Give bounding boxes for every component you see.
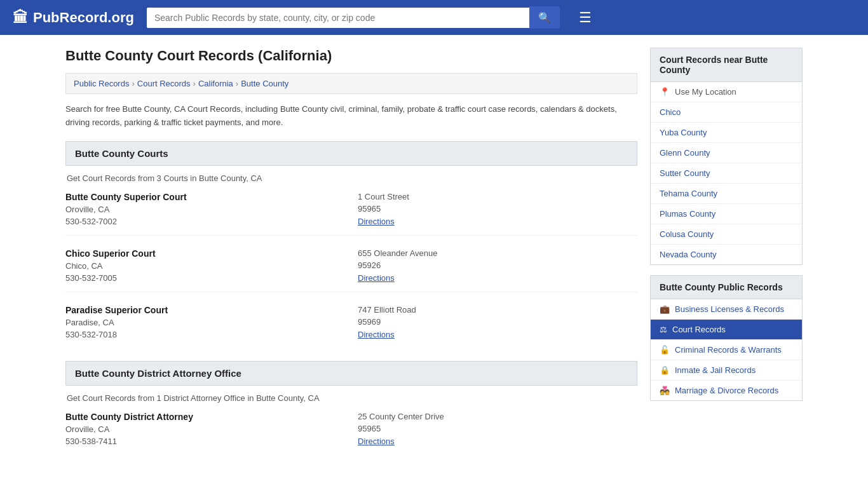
court-1-zip: 95965 xyxy=(358,204,637,214)
content-area: Butte County Court Records (California) … xyxy=(65,48,637,468)
nearby-item-plumas[interactable]: Plumas County xyxy=(651,204,802,224)
breadcrumb: Public Records › Court Records › Califor… xyxy=(65,73,637,94)
court-entry-3: Paradise Superior Court Paradise, CA 530… xyxy=(65,305,637,348)
breadcrumb-sep-2: › xyxy=(193,79,196,88)
court-3-city: Paradise, CA xyxy=(65,318,345,327)
nearby-list: 📍 Use My Location Chico Yuba County Glen… xyxy=(650,82,803,265)
site-header: 🏛 PubRecord.org 🔍 ☰ xyxy=(0,0,868,35)
sidebar-item-criminal-records[interactable]: 🔓 Criminal Records & Warrants xyxy=(651,340,802,360)
da-1-address: 25 County Center Drive xyxy=(358,412,637,421)
page-title: Butte County Court Records (California) xyxy=(65,48,637,64)
use-location-label: Use My Location xyxy=(675,87,736,97)
da-1-name: Butte County District Attorney xyxy=(65,412,345,422)
court-1-phone: 530-532-7002 xyxy=(65,217,345,226)
court-1-city: Oroville, CA xyxy=(65,205,345,214)
nearby-item-sutter[interactable]: Sutter County xyxy=(651,163,802,184)
da-1-phone: 530-538-7411 xyxy=(65,437,345,446)
rings-icon: 💑 xyxy=(660,386,670,395)
search-button[interactable]: 🔍 xyxy=(529,6,560,29)
court-2-name: Chico Superior Court xyxy=(65,248,345,259)
court-3-zip: 95969 xyxy=(358,317,637,327)
courts-section: Butte County Courts Get Court Records fr… xyxy=(65,141,637,348)
criminal-records-label: Criminal Records & Warrants xyxy=(675,345,782,355)
court-2-directions: Directions xyxy=(358,273,637,283)
sidebar: Court Records near Butte County 📍 Use My… xyxy=(650,48,803,468)
court-3-name: Paradise Superior Court xyxy=(65,305,345,315)
sidebar-item-marriage-records[interactable]: 💑 Marriage & Divorce Records xyxy=(651,381,802,400)
nearby-item-yuba[interactable]: Yuba County xyxy=(651,123,802,143)
sidebar-item-court-records[interactable]: ⚖ Court Records xyxy=(651,320,802,340)
court-records-label: Court Records xyxy=(672,325,726,334)
da-entry-1: Butte County District Attorney Oroville,… xyxy=(65,412,637,455)
courts-section-header: Butte County Courts xyxy=(65,141,637,166)
da-1-directions-link[interactable]: Directions xyxy=(358,437,395,446)
public-records-title: Butte County Public Records xyxy=(650,275,803,299)
nearby-item-glenn[interactable]: Glenn County xyxy=(651,143,802,163)
breadcrumb-public-records[interactable]: Public Records xyxy=(74,79,129,88)
court-3-directions: Directions xyxy=(358,329,637,339)
public-records-section: Butte County Public Records 💼 Business L… xyxy=(650,275,803,401)
breadcrumb-sep-1: › xyxy=(132,79,134,88)
court-3-phone: 530-532-7018 xyxy=(65,330,345,339)
nearby-item-colusa[interactable]: Colusa County xyxy=(651,224,802,245)
page-description: Search for free Butte County, CA Court R… xyxy=(65,103,637,130)
nearby-item-chico[interactable]: Chico xyxy=(651,102,802,123)
breadcrumb-butte-county[interactable]: Butte County xyxy=(241,79,288,88)
court-2-address: 655 Oleander Avenue xyxy=(358,248,637,258)
court-2-zip: 95926 xyxy=(358,261,637,270)
court-2-phone: 530-532-7005 xyxy=(65,273,345,283)
nearby-title: Court Records near Butte County xyxy=(650,48,803,82)
logo-icon: 🏛 xyxy=(13,9,28,27)
main-container: Butte County Court Records (California) … xyxy=(53,35,815,480)
courts-section-description: Get Court Records from 3 Courts in Butte… xyxy=(65,173,637,183)
nearby-item-nevada[interactable]: Nevada County xyxy=(651,245,802,264)
logo-text: PubRecord.org xyxy=(33,10,134,26)
court-2-city: Chico, CA xyxy=(65,261,345,271)
court-3-directions-link[interactable]: Directions xyxy=(358,330,395,339)
da-1-directions: Directions xyxy=(358,436,637,446)
court-3-address: 747 Elliott Road xyxy=(358,305,637,315)
search-icon: 🔍 xyxy=(538,12,551,23)
business-licenses-label: Business Licenses & Records xyxy=(675,304,784,314)
search-bar: 🔍 xyxy=(147,6,560,29)
sidebar-item-business-licenses[interactable]: 💼 Business Licenses & Records xyxy=(651,299,802,320)
court-1-directions-link[interactable]: Directions xyxy=(358,217,395,226)
nearby-item-tehama[interactable]: Tehama County xyxy=(651,184,802,204)
da-section-description: Get Court Records from 1 District Attorn… xyxy=(65,393,637,403)
marriage-records-label: Marriage & Divorce Records xyxy=(675,386,778,395)
public-records-list: 💼 Business Licenses & Records ⚖ Court Re… xyxy=(650,299,803,401)
court-1-name: Butte County Superior Court xyxy=(65,192,345,202)
court-entry-2: Chico Superior Court Chico, CA 530-532-7… xyxy=(65,248,637,292)
court-1-directions: Directions xyxy=(358,216,637,226)
scales-icon: ⚖ xyxy=(660,325,667,334)
menu-icon[interactable]: ☰ xyxy=(579,10,592,26)
location-icon: 📍 xyxy=(660,87,670,97)
nearby-section: Court Records near Butte County 📍 Use My… xyxy=(650,48,803,265)
use-location-item[interactable]: 📍 Use My Location xyxy=(651,82,802,102)
court-2-directions-link[interactable]: Directions xyxy=(358,273,395,283)
search-input[interactable] xyxy=(147,8,529,28)
lock-icon: 🔒 xyxy=(660,365,670,375)
site-logo[interactable]: 🏛 PubRecord.org xyxy=(13,9,134,27)
unlock-icon: 🔓 xyxy=(660,345,670,355)
da-section: Butte County District Attorney Office Ge… xyxy=(65,361,637,455)
court-1-address: 1 Court Street xyxy=(358,192,637,201)
inmate-records-label: Inmate & Jail Records xyxy=(675,365,756,375)
breadcrumb-sep-3: › xyxy=(236,79,238,88)
da-section-header: Butte County District Attorney Office xyxy=(65,361,637,386)
da-1-zip: 95965 xyxy=(358,424,637,433)
court-entry-1: Butte County Superior Court Oroville, CA… xyxy=(65,192,637,236)
breadcrumb-court-records[interactable]: Court Records xyxy=(137,79,191,88)
breadcrumb-california[interactable]: California xyxy=(198,79,233,88)
sidebar-item-inmate-records[interactable]: 🔒 Inmate & Jail Records xyxy=(651,360,802,381)
da-1-city: Oroville, CA xyxy=(65,424,345,434)
briefcase-icon: 💼 xyxy=(660,304,670,314)
